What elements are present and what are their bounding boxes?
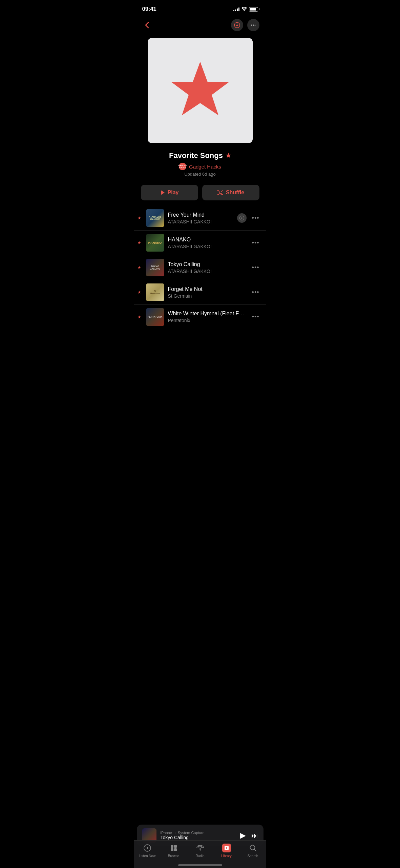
song-more-button[interactable]: ••• (251, 238, 261, 248)
svg-point-3 (254, 25, 255, 26)
download-button[interactable] (231, 19, 243, 31)
status-time: 09:41 (142, 6, 156, 13)
author-avatar: GADGETHACKS (179, 163, 186, 170)
song-thumbnail: HANAKO (146, 234, 164, 252)
song-more-button[interactable]: ••• (251, 213, 261, 223)
more-button[interactable] (247, 19, 259, 31)
playlist-info: Favorite Songs ★ GADGETHACKS Gadget Hack… (134, 149, 266, 182)
download-song-button[interactable] (237, 213, 247, 223)
song-thumbnail: TOKYOCALLING (146, 259, 164, 276)
song-star-icon: ★ (137, 216, 142, 220)
song-star-icon: ★ (137, 315, 142, 319)
song-artist: ATARASHII GAKKO! (168, 219, 233, 224)
status-bar: 09:41 (134, 0, 266, 16)
song-actions: ••• (251, 288, 261, 297)
song-more-button[interactable]: ••• (251, 288, 261, 297)
song-thumbnail: ATARASHIIGAKKO! (146, 209, 164, 227)
playlist-title: Favorite Songs ★ (141, 151, 259, 160)
status-icons (233, 6, 258, 12)
shuffle-button[interactable]: Shuffle (202, 185, 259, 200)
song-item[interactable]: ★ StGermain Forget Me Not St Germain ••• (134, 280, 266, 305)
song-info: Forget Me Not St Germain (168, 286, 247, 299)
nav-actions (231, 19, 259, 31)
song-star-icon: ★ (137, 265, 142, 270)
song-list: ★ ATARASHIIGAKKO! Free Your Mind ATARASH… (134, 206, 266, 370)
album-art (148, 38, 253, 143)
svg-point-1 (251, 25, 252, 26)
song-info: White Winter Hymnal (Fleet Foxes Cover) … (168, 311, 247, 323)
song-star-icon: ★ (137, 240, 142, 245)
action-buttons: Play Shuffle (134, 182, 266, 206)
song-actions: ••• (237, 213, 261, 223)
battery-icon (249, 7, 258, 12)
playlist-star-icon: ★ (226, 152, 231, 159)
song-actions: ••• (251, 238, 261, 248)
song-info: Tokyo Calling ATARASHII GAKKO! (168, 261, 247, 274)
song-thumbnail: StGermain (146, 283, 164, 301)
song-title: HANAKO (168, 237, 247, 243)
song-item[interactable]: ★ ATARASHIIGAKKO! Free Your Mind ATARASH… (134, 206, 266, 231)
song-more-button[interactable]: ••• (251, 312, 261, 322)
playlist-updated: Updated 6d ago (141, 172, 259, 177)
wifi-icon (241, 6, 247, 12)
playlist-cover-star (166, 58, 234, 123)
song-artist: ATARASHII GAKKO! (168, 244, 247, 249)
author-name: Gadget Hacks (189, 164, 221, 170)
play-button[interactable]: Play (141, 185, 198, 200)
song-thumbnail: PENTATONIX (146, 308, 164, 326)
song-artist: ATARASHII GAKKO! (168, 269, 247, 274)
song-title: Tokyo Calling (168, 261, 247, 268)
song-title: Forget Me Not (168, 286, 247, 292)
signal-icon (233, 7, 239, 11)
nav-bar (134, 16, 266, 35)
song-star-icon: ★ (137, 290, 142, 295)
song-artist: St Germain (168, 293, 247, 299)
song-item[interactable]: ★ PENTATONIX White Winter Hymnal (Fleet … (134, 305, 266, 329)
song-item[interactable]: ★ HANAKO HANAKO ATARASHII GAKKO! ••• (134, 231, 266, 255)
song-more-button[interactable]: ••• (251, 263, 261, 273)
song-actions: ••• (251, 263, 261, 273)
song-info: HANAKO ATARASHII GAKKO! (168, 237, 247, 249)
song-info: Free Your Mind ATARASHII GAKKO! (168, 212, 233, 224)
back-button[interactable] (141, 19, 153, 31)
song-title: Free Your Mind (168, 212, 233, 218)
song-item[interactable]: ★ TOKYOCALLING Tokyo Calling ATARASHII G… (134, 255, 266, 280)
svg-point-2 (253, 25, 254, 26)
song-actions: ••• (251, 312, 261, 322)
song-title: White Winter Hymnal (Fleet Foxes Cover) (168, 311, 247, 317)
song-artist: Pentatonix (168, 318, 247, 323)
playlist-author[interactable]: GADGETHACKS Gadget Hacks (141, 163, 259, 170)
album-art-container (134, 35, 266, 149)
